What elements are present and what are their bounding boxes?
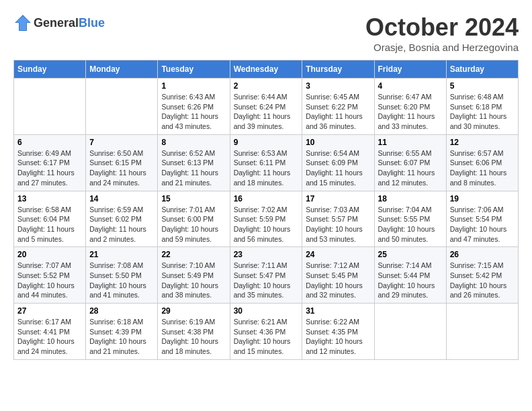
day-number: 16 — [234, 194, 299, 203]
day-info: Sunrise: 7:03 AM Sunset: 5:57 PM Dayligh… — [306, 205, 370, 244]
day-info: Sunrise: 6:58 AM Sunset: 6:04 PM Dayligh… — [17, 205, 82, 244]
day-number: 4 — [378, 81, 443, 91]
day-number: 6 — [17, 138, 82, 147]
calendar-cell: 28Sunrise: 6:18 AM Sunset: 4:39 PM Dayli… — [86, 304, 158, 360]
day-info: Sunrise: 7:15 AM Sunset: 5:42 PM Dayligh… — [450, 261, 515, 300]
column-header-monday: Monday — [86, 60, 158, 79]
day-number: 31 — [306, 306, 370, 316]
calendar-cell: 16Sunrise: 7:02 AM Sunset: 5:59 PM Dayli… — [230, 191, 302, 247]
day-number: 7 — [89, 138, 154, 147]
calendar-cell: 11Sunrise: 6:55 AM Sunset: 6:07 PM Dayli… — [374, 134, 446, 191]
calendar-table: SundayMondayTuesdayWednesdayThursdayFrid… — [13, 60, 519, 360]
day-info: Sunrise: 6:55 AM Sunset: 6:07 PM Dayligh… — [378, 148, 443, 188]
calendar-cell: 29Sunrise: 6:19 AM Sunset: 4:38 PM Dayli… — [158, 304, 230, 360]
calendar-cell: 13Sunrise: 6:58 AM Sunset: 6:04 PM Dayli… — [14, 191, 86, 247]
calendar-week-row: 27Sunrise: 6:17 AM Sunset: 4:41 PM Dayli… — [14, 304, 519, 360]
day-number: 29 — [161, 306, 226, 316]
calendar-cell: 22Sunrise: 7:10 AM Sunset: 5:49 PM Dayli… — [158, 247, 230, 304]
day-number: 11 — [378, 138, 443, 147]
calendar-cell — [446, 304, 518, 360]
calendar-cell: 2Sunrise: 6:44 AM Sunset: 6:24 PM Daylig… — [230, 79, 302, 135]
calendar-cell: 25Sunrise: 7:14 AM Sunset: 5:44 PM Dayli… — [374, 247, 446, 304]
day-info: Sunrise: 6:19 AM Sunset: 4:38 PM Dayligh… — [161, 317, 226, 357]
day-number: 26 — [450, 250, 515, 259]
day-info: Sunrise: 6:21 AM Sunset: 4:36 PM Dayligh… — [234, 317, 299, 357]
calendar-cell — [86, 79, 158, 135]
day-info: Sunrise: 7:08 AM Sunset: 5:50 PM Dayligh… — [89, 261, 154, 300]
calendar-cell: 1Sunrise: 6:43 AM Sunset: 6:26 PM Daylig… — [158, 79, 230, 135]
calendar-cell — [374, 304, 446, 360]
calendar-cell: 26Sunrise: 7:15 AM Sunset: 5:42 PM Dayli… — [446, 247, 518, 304]
day-number: 12 — [450, 138, 515, 147]
calendar-cell: 27Sunrise: 6:17 AM Sunset: 4:41 PM Dayli… — [14, 304, 86, 360]
calendar-cell: 4Sunrise: 6:47 AM Sunset: 6:20 PM Daylig… — [374, 79, 446, 135]
day-number: 25 — [378, 250, 443, 259]
calendar-header-row: SundayMondayTuesdayWednesdayThursdayFrid… — [14, 60, 519, 79]
day-number: 30 — [234, 306, 299, 316]
day-info: Sunrise: 7:12 AM Sunset: 5:45 PM Dayligh… — [306, 261, 370, 300]
day-number: 3 — [306, 81, 370, 91]
day-info: Sunrise: 7:06 AM Sunset: 5:54 PM Dayligh… — [450, 205, 515, 244]
day-number: 28 — [89, 306, 154, 316]
day-number: 24 — [306, 250, 370, 259]
day-info: Sunrise: 6:22 AM Sunset: 4:35 PM Dayligh… — [306, 317, 370, 357]
day-number: 8 — [161, 138, 226, 147]
day-number: 23 — [234, 250, 299, 259]
column-header-sunday: Sunday — [14, 60, 86, 79]
calendar-cell: 20Sunrise: 7:07 AM Sunset: 5:52 PM Dayli… — [14, 247, 86, 304]
day-number: 5 — [450, 81, 515, 91]
calendar-cell: 5Sunrise: 6:48 AM Sunset: 6:18 PM Daylig… — [446, 79, 518, 135]
calendar-cell: 21Sunrise: 7:08 AM Sunset: 5:50 PM Dayli… — [86, 247, 158, 304]
day-info: Sunrise: 6:47 AM Sunset: 6:20 PM Dayligh… — [378, 92, 443, 132]
day-info: Sunrise: 6:52 AM Sunset: 6:13 PM Dayligh… — [161, 148, 226, 188]
svg-marker-1 — [16, 16, 30, 30]
day-number: 19 — [450, 194, 515, 203]
calendar-week-row: 13Sunrise: 6:58 AM Sunset: 6:04 PM Dayli… — [14, 191, 519, 247]
day-info: Sunrise: 7:14 AM Sunset: 5:44 PM Dayligh… — [378, 261, 443, 300]
day-info: Sunrise: 6:45 AM Sunset: 6:22 PM Dayligh… — [306, 92, 370, 132]
calendar-cell: 7Sunrise: 6:50 AM Sunset: 6:15 PM Daylig… — [86, 134, 158, 191]
calendar-cell: 15Sunrise: 7:01 AM Sunset: 6:00 PM Dayli… — [158, 191, 230, 247]
day-info: Sunrise: 6:59 AM Sunset: 6:02 PM Dayligh… — [89, 205, 154, 244]
calendar-week-row: 20Sunrise: 7:07 AM Sunset: 5:52 PM Dayli… — [14, 247, 519, 304]
page-header: GeneralBlue October 2024 Orasje, Bosnia … — [13, 13, 519, 53]
day-number: 2 — [234, 81, 299, 91]
title-block: October 2024 Orasje, Bosnia and Herzegov… — [365, 13, 519, 53]
day-number: 27 — [17, 306, 82, 316]
day-number: 18 — [378, 194, 443, 203]
day-info: Sunrise: 6:17 AM Sunset: 4:41 PM Dayligh… — [17, 317, 82, 357]
day-number: 14 — [89, 194, 154, 203]
day-info: Sunrise: 6:53 AM Sunset: 6:11 PM Dayligh… — [234, 148, 299, 188]
day-info: Sunrise: 6:48 AM Sunset: 6:18 PM Dayligh… — [450, 92, 515, 132]
calendar-cell: 6Sunrise: 6:49 AM Sunset: 6:17 PM Daylig… — [14, 134, 86, 191]
column-header-wednesday: Wednesday — [230, 60, 302, 79]
day-info: Sunrise: 7:02 AM Sunset: 5:59 PM Dayligh… — [234, 205, 299, 244]
day-number: 21 — [89, 250, 154, 259]
calendar-cell: 18Sunrise: 7:04 AM Sunset: 5:55 PM Dayli… — [374, 191, 446, 247]
day-info: Sunrise: 6:50 AM Sunset: 6:15 PM Dayligh… — [89, 148, 154, 188]
logo-text-general: General — [34, 16, 79, 30]
calendar-cell: 17Sunrise: 7:03 AM Sunset: 5:57 PM Dayli… — [302, 191, 374, 247]
logo: GeneralBlue — [13, 13, 105, 32]
logo-icon — [13, 13, 32, 32]
column-header-thursday: Thursday — [302, 60, 374, 79]
calendar-cell: 24Sunrise: 7:12 AM Sunset: 5:45 PM Dayli… — [302, 247, 374, 304]
logo-text-blue: Blue — [79, 16, 105, 30]
calendar-cell: 10Sunrise: 6:54 AM Sunset: 6:09 PM Dayli… — [302, 134, 374, 191]
calendar-cell: 8Sunrise: 6:52 AM Sunset: 6:13 PM Daylig… — [158, 134, 230, 191]
day-number: 20 — [17, 250, 82, 259]
calendar-cell: 3Sunrise: 6:45 AM Sunset: 6:22 PM Daylig… — [302, 79, 374, 135]
day-info: Sunrise: 7:01 AM Sunset: 6:00 PM Dayligh… — [161, 205, 226, 244]
day-info: Sunrise: 7:10 AM Sunset: 5:49 PM Dayligh… — [161, 261, 226, 300]
day-info: Sunrise: 6:43 AM Sunset: 6:26 PM Dayligh… — [161, 92, 226, 132]
day-info: Sunrise: 6:44 AM Sunset: 6:24 PM Dayligh… — [234, 92, 299, 132]
day-info: Sunrise: 6:49 AM Sunset: 6:17 PM Dayligh… — [17, 148, 82, 188]
day-info: Sunrise: 6:57 AM Sunset: 6:06 PM Dayligh… — [450, 148, 515, 188]
column-header-tuesday: Tuesday — [158, 60, 230, 79]
calendar-cell: 30Sunrise: 6:21 AM Sunset: 4:36 PM Dayli… — [230, 304, 302, 360]
day-info: Sunrise: 7:04 AM Sunset: 5:55 PM Dayligh… — [378, 205, 443, 244]
calendar-cell — [14, 79, 86, 135]
day-info: Sunrise: 6:54 AM Sunset: 6:09 PM Dayligh… — [306, 148, 370, 188]
day-number: 22 — [161, 250, 226, 259]
calendar-cell: 14Sunrise: 6:59 AM Sunset: 6:02 PM Dayli… — [86, 191, 158, 247]
